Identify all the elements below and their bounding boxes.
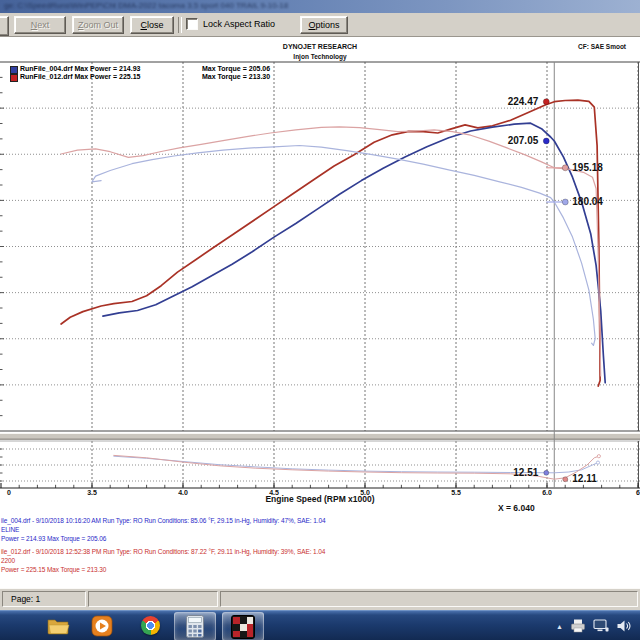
run-info-line: ile_004.drf - 9/10/2018 10:16:20 AM Run … xyxy=(1,517,325,524)
legend-torque-run012: Max Torque = 213.30 xyxy=(202,73,270,80)
callout-max-power-012: 224.47 xyxy=(478,96,538,107)
winpep-dyno-icon xyxy=(231,615,255,639)
lock-aspect-checkbox[interactable]: Lock Aspect Ratio xyxy=(186,18,275,30)
taskbar-explorer-button[interactable] xyxy=(38,612,78,639)
report-subtitle: Injon Technology xyxy=(250,53,390,60)
x-tick-label: 0 xyxy=(0,489,18,496)
x-axis-title: Engine Speed (RPM x1000) xyxy=(230,494,410,504)
chart-pane: DYNOJET RESEARCH Injon Technology CF: SA… xyxy=(0,37,640,588)
dyno-chart[interactable] xyxy=(0,37,640,513)
taskbar: ▲ xyxy=(0,610,640,640)
legend-swatch-run012 xyxy=(10,74,18,82)
toolbar-stub-button[interactable] xyxy=(0,16,9,36)
run-info-line: ELINE xyxy=(1,526,19,533)
taskbar-winpep-button[interactable] xyxy=(222,612,264,640)
run-info-line: 2200 xyxy=(1,557,15,564)
checkbox-box[interactable] xyxy=(186,18,198,30)
options-button[interactable]: Options xyxy=(300,16,348,34)
folder-icon xyxy=(47,617,70,635)
zoom-out-button[interactable]: Zoom Out xyxy=(72,16,124,34)
speaker-icon[interactable] xyxy=(616,619,631,633)
next-button[interactable]: Next xyxy=(14,16,66,34)
media-player-icon xyxy=(91,615,113,637)
x-tick-label: 4.0 xyxy=(174,489,192,496)
status-bar: Page: 1 xyxy=(0,588,640,610)
taskbar-calculator-button[interactable] xyxy=(174,612,216,640)
chrome-icon xyxy=(141,616,160,635)
status-cell-empty xyxy=(88,591,218,607)
tray-show-hidden-icons[interactable]: ▲ xyxy=(556,623,563,630)
callout-afr-004: 12.51 xyxy=(478,467,538,478)
callout-torque-004: 180.04 xyxy=(572,196,603,207)
window-title-illegible: ge: C:\SpeedRuns\WinPEP\Cht DMA-2022 tac… xyxy=(4,1,288,10)
callout-afr-012: 12.11 xyxy=(572,473,596,484)
taskbar-media-player-button[interactable] xyxy=(82,612,122,639)
system-tray: ▲ xyxy=(556,611,631,640)
run-info-line: Power = 214.93 Max Torque = 205.06 xyxy=(1,535,106,542)
callout-power-004: 207.05 xyxy=(478,135,538,146)
legend-torque-run004: Max Torque = 205.06 xyxy=(202,65,270,72)
run-info-line: ile_012.drf - 9/10/2018 12:52:38 PM Run … xyxy=(1,548,325,555)
lock-aspect-label: Lock Aspect Ratio xyxy=(203,19,275,29)
calculator-icon xyxy=(186,615,204,638)
page-indicator: Page: 1 xyxy=(2,591,86,607)
legend-power-run012: RunFile_012.drf Max Power = 225.15 xyxy=(20,73,140,80)
cursor-x-readout: X = 6.040 xyxy=(498,503,535,513)
x-tick-label: 5.5 xyxy=(447,489,465,496)
toolbar: Next Zoom Out Close Lock Aspect Ratio Op… xyxy=(0,13,640,37)
network-monitor-icon[interactable] xyxy=(593,619,609,633)
run-info-line: Power = 225.15 Max Torque = 213.30 xyxy=(1,566,106,573)
toolbar-separator xyxy=(178,17,182,33)
printer-icon[interactable] xyxy=(570,619,586,633)
screen: ge: C:\SpeedRuns\WinPEP\Cht DMA-2022 tac… xyxy=(0,0,640,640)
close-button[interactable]: Close xyxy=(130,16,174,34)
taskbar-chrome-button[interactable] xyxy=(130,612,170,639)
report-company: DYNOJET RESEARCH xyxy=(250,43,390,50)
status-cell-empty xyxy=(220,591,638,607)
correction-factor-label: CF: SAE Smoot xyxy=(578,43,626,50)
x-tick-label: 6.0 xyxy=(538,489,556,496)
x-tick-label: 6 xyxy=(629,489,640,496)
legend-power-run004: RunFile_004.drf Max Power = 214.93 xyxy=(20,65,140,72)
window-titlebar[interactable]: ge: C:\SpeedRuns\WinPEP\Cht DMA-2022 tac… xyxy=(0,0,640,13)
legend-swatch-run004 xyxy=(10,66,18,74)
x-tick-label: 3.5 xyxy=(83,489,101,496)
callout-torque-012: 195.18 xyxy=(572,162,603,173)
